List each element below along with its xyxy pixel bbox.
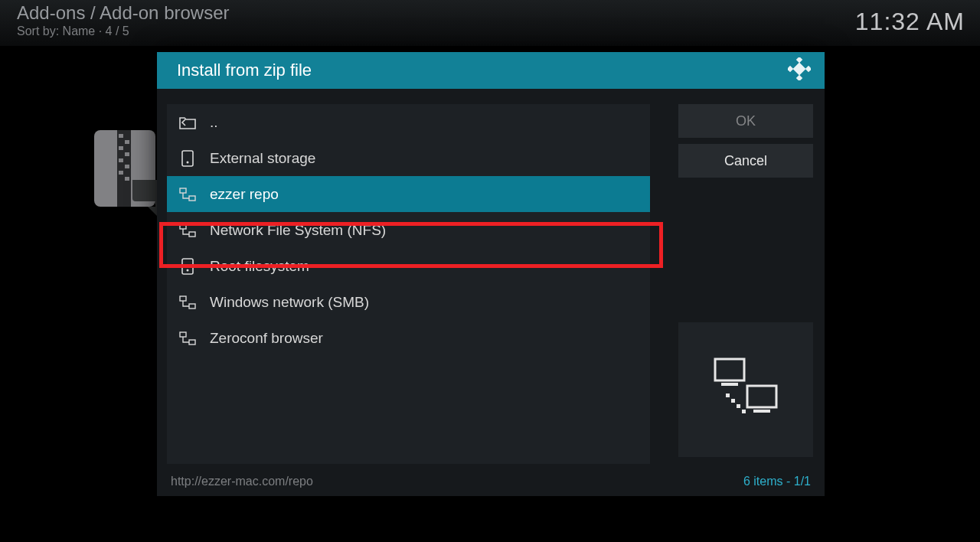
svg-rect-18	[180, 188, 186, 193]
sort-line: Sort by: Name · 4 / 5	[17, 24, 963, 38]
svg-rect-33	[731, 399, 735, 403]
svg-rect-31	[753, 410, 770, 413]
cancel-button[interactable]: Cancel	[678, 144, 813, 178]
svg-rect-19	[189, 196, 195, 201]
install-zip-dialog: Install from zip file ..External storage…	[157, 52, 825, 496]
file-item[interactable]: External storage	[167, 140, 650, 176]
file-item[interactable]: ezzer repo	[167, 176, 650, 212]
network-icon	[179, 222, 196, 239]
file-item-label: Root filesystem	[210, 258, 309, 275]
svg-rect-26	[180, 332, 186, 337]
svg-rect-34	[737, 404, 740, 408]
svg-rect-13	[805, 66, 811, 72]
svg-rect-15	[793, 63, 806, 76]
svg-rect-16	[182, 151, 193, 166]
file-item-label: Windows network (SMB)	[210, 294, 369, 311]
folder-up-icon	[179, 114, 196, 131]
file-item[interactable]: Network File System (NFS)	[167, 212, 650, 248]
svg-rect-9	[125, 177, 129, 181]
file-item[interactable]: Zeroconf browser	[167, 320, 650, 356]
drive-icon	[179, 150, 196, 167]
file-item-label: Zeroconf browser	[210, 330, 323, 347]
network-icon	[179, 330, 196, 347]
file-item-label: External storage	[210, 150, 315, 167]
svg-rect-28	[715, 359, 744, 380]
file-item[interactable]: Windows network (SMB)	[167, 284, 650, 320]
svg-rect-30	[747, 386, 776, 407]
svg-rect-8	[119, 171, 123, 175]
svg-rect-7	[125, 165, 129, 168]
network-icon	[179, 186, 196, 203]
preview-box	[678, 322, 813, 457]
svg-rect-29	[721, 383, 738, 386]
svg-rect-24	[180, 296, 186, 301]
svg-rect-27	[189, 340, 195, 344]
svg-rect-20	[180, 224, 186, 229]
file-item[interactable]: ..	[167, 104, 650, 140]
svg-rect-4	[119, 146, 123, 150]
background-header: Add-ons / Add-on browser Sort by: Name ·…	[0, 0, 980, 46]
svg-rect-3	[125, 140, 129, 144]
svg-point-23	[187, 269, 189, 271]
kodi-logo-icon	[788, 57, 811, 83]
dialog-footer: http://ezzer-mac.com/repo 6 items - 1/1	[157, 469, 825, 495]
svg-rect-21	[189, 232, 195, 237]
file-item-label: ezzer repo	[210, 186, 279, 203]
svg-rect-35	[742, 410, 746, 413]
side-buttons: OK Cancel	[678, 104, 813, 178]
svg-rect-6	[119, 158, 123, 162]
svg-rect-12	[788, 66, 793, 72]
file-item[interactable]: Root filesystem	[167, 248, 650, 284]
svg-rect-25	[189, 304, 195, 309]
dialog-title: Install from zip file	[177, 60, 312, 80]
drive-icon	[179, 258, 196, 275]
ok-button[interactable]: OK	[678, 104, 813, 138]
dialog-header: Install from zip file	[157, 52, 825, 89]
clock: 11:32 AM	[855, 8, 965, 36]
breadcrumb: Add-ons / Add-on browser	[17, 2, 963, 24]
network-computers-icon	[707, 355, 784, 424]
footer-item-count: 6 items - 1/1	[743, 475, 811, 488]
svg-rect-2	[119, 134, 123, 138]
svg-rect-14	[796, 75, 802, 80]
footer-path: http://ezzer-mac.com/repo	[171, 475, 313, 488]
file-item-label: ..	[210, 114, 218, 131]
svg-rect-11	[796, 57, 802, 63]
network-icon	[179, 294, 196, 311]
svg-point-17	[187, 161, 189, 163]
svg-rect-5	[125, 152, 129, 156]
svg-rect-32	[726, 393, 730, 397]
file-list: ..External storageezzer repoNetwork File…	[167, 104, 650, 464]
dialog-body: ..External storageezzer repoNetwork File…	[157, 89, 825, 469]
svg-rect-22	[182, 259, 193, 274]
file-item-label: Network File System (NFS)	[210, 222, 386, 239]
